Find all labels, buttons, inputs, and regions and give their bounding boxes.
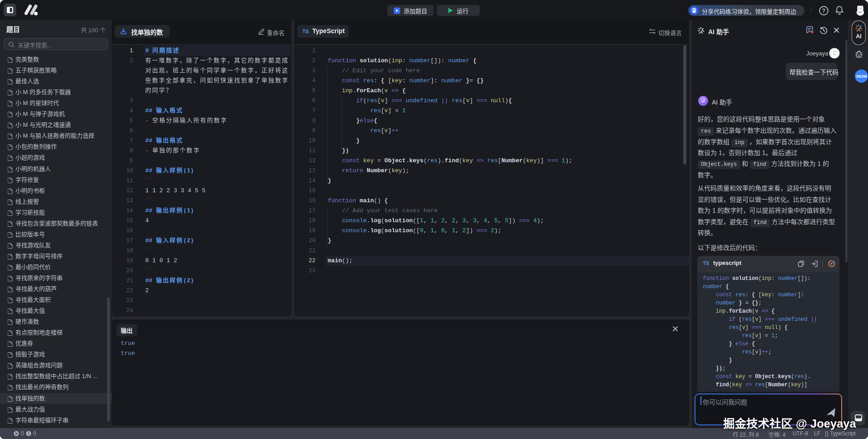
svg-text:?: ? xyxy=(822,8,825,14)
